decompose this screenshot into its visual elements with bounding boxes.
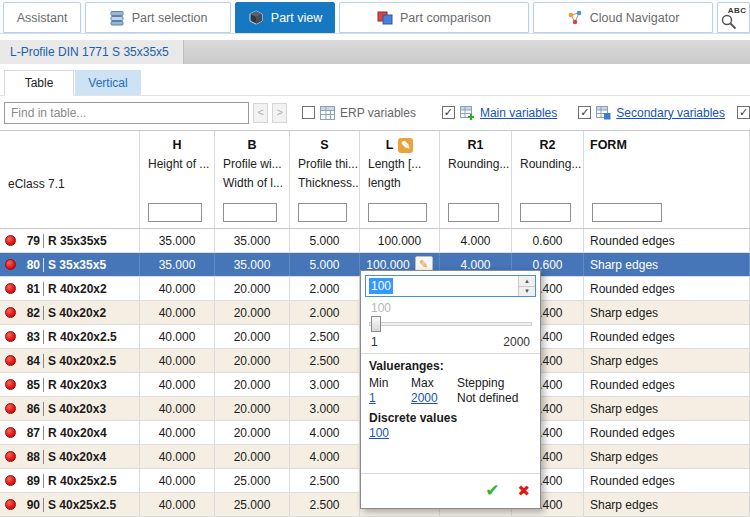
stepping-column-header: Stepping xyxy=(457,376,532,391)
slider-min-label: 1 xyxy=(371,335,378,349)
discrete-values-title: Discrete values xyxy=(369,411,532,425)
cell-b: 35.000 xyxy=(215,229,290,252)
label-divider xyxy=(43,426,44,440)
max-column-header: Max xyxy=(411,376,457,391)
slider-thumb[interactable] xyxy=(371,316,381,332)
row-name: S 40x25x2.5 xyxy=(48,498,116,512)
row-name: S 40x20x4 xyxy=(48,450,106,464)
tab-assistant[interactable]: Assistant xyxy=(3,2,81,33)
status-icon xyxy=(5,283,16,294)
valueranges-value-row: 1 2000 Not defined xyxy=(369,391,532,406)
part-tab[interactable]: L-Profile DIN 1771 S 35x35x5 xyxy=(0,40,184,64)
main-variables-label[interactable]: Main variables xyxy=(480,106,557,120)
cell-s: 2.500 xyxy=(290,349,360,372)
row-name: R 40x20x3 xyxy=(48,378,107,392)
valueranges-header-row: Min Max Stepping xyxy=(369,376,532,391)
popup-footer-divider xyxy=(361,473,540,474)
view-tab-bar: Table Vertical xyxy=(0,70,750,96)
find-next-button[interactable]: > xyxy=(272,103,287,123)
tab-text-search[interactable]: ABC xyxy=(717,2,750,33)
cell-form: Rounded edges xyxy=(584,469,750,492)
filter-input-h[interactable] xyxy=(148,203,202,222)
tab-part-selection-label: Part selection xyxy=(132,11,208,25)
tab-part-view[interactable]: Part view xyxy=(235,2,335,33)
min-value-link[interactable]: 1 xyxy=(369,391,376,405)
cancel-button[interactable]: ✖ xyxy=(517,482,530,500)
filter-input-form[interactable] xyxy=(592,203,662,222)
cell-form: Sharp edges xyxy=(584,493,750,516)
find-in-table-input[interactable] xyxy=(4,102,249,124)
filter-input-s[interactable] xyxy=(298,203,347,222)
cell-b: 20.000 xyxy=(215,445,290,468)
main-tab-bar: Assistant Part selection Part view Part … xyxy=(0,0,750,34)
slider-current-value: 100 xyxy=(371,301,540,315)
value-slider[interactable] xyxy=(369,315,532,333)
extra-variables-checkbox[interactable]: ✓ xyxy=(737,106,750,119)
row-number: 88 xyxy=(20,450,40,464)
tab-vertical-view[interactable]: Vertical xyxy=(75,70,141,95)
row-name: R 40x25x2.5 xyxy=(48,474,117,488)
cell-h: 40.000 xyxy=(140,493,215,516)
filter-row xyxy=(0,197,750,229)
discrete-value-link[interactable]: 100 xyxy=(369,426,389,440)
tab-part-comparison[interactable]: Part comparison xyxy=(339,2,529,33)
column-header-l[interactable]: L ✎ Length [... length xyxy=(360,131,440,197)
cell-h: 40.000 xyxy=(140,445,215,468)
row-number: 90 xyxy=(20,498,40,512)
row-label-cell: 80 S 35x35x5 xyxy=(0,253,140,276)
status-icon xyxy=(5,499,16,510)
row-label-cell: 79 R 35x35x5 xyxy=(0,229,140,252)
cell-h: 40.000 xyxy=(140,469,215,492)
edit-column-icon[interactable]: ✎ xyxy=(398,138,413,153)
max-value-link[interactable]: 2000 xyxy=(411,391,438,405)
cell-b: 20.000 xyxy=(215,373,290,396)
status-icon xyxy=(5,451,16,462)
column-header-s[interactable]: S Profile thi... Thickness... xyxy=(290,131,360,197)
cell-s: 4.000 xyxy=(290,421,360,444)
row-name: S 40x20x2 xyxy=(48,306,106,320)
column-header-r2[interactable]: R2 Rounding... xyxy=(512,131,584,197)
slider-max-label: 2000 xyxy=(503,335,530,349)
column-header-r1[interactable]: R1 Rounding... xyxy=(440,131,512,197)
value-spinbox[interactable]: 100 ▲ ▼ xyxy=(365,275,536,297)
spin-value[interactable]: 100 xyxy=(369,278,393,294)
main-variables-checkbox[interactable]: ✓ xyxy=(442,106,455,119)
filter-input-r2[interactable] xyxy=(520,203,571,222)
secondary-variables-checkbox[interactable]: ✓ xyxy=(578,106,591,119)
tab-table-view[interactable]: Table xyxy=(4,70,74,96)
status-icon xyxy=(5,307,16,318)
cell-form: Rounded edges xyxy=(584,229,750,252)
filter-input-l[interactable] xyxy=(368,203,427,222)
cell-s: 5.000 xyxy=(290,253,360,276)
column-header-form[interactable]: FORM xyxy=(584,131,750,197)
part-view-icon xyxy=(248,10,264,26)
value-editor-popup: 100 ▲ ▼ 100 1 2000 Valueranges: Min Max … xyxy=(360,270,541,509)
spin-down-button[interactable]: ▼ xyxy=(519,287,535,297)
cell-h: 40.000 xyxy=(140,325,215,348)
spin-up-button[interactable]: ▲ xyxy=(519,276,535,287)
label-divider xyxy=(43,450,44,464)
table-row[interactable]: 79 R 35x35x5 35.000 35.000 5.000 100.000… xyxy=(0,229,750,253)
row-name: S 40x20x3 xyxy=(48,402,106,416)
row-label-cell: 88 S 40x20x4 xyxy=(0,445,140,468)
status-icon xyxy=(5,331,16,342)
row-label-cell: 81 R 40x20x2 xyxy=(0,277,140,300)
tab-cloud-navigator[interactable]: Cloud Navigator xyxy=(533,2,713,33)
cell-form: Sharp edges xyxy=(584,253,750,276)
column-header-b[interactable]: B Profile wi... Width of l... xyxy=(215,131,290,197)
cell-form: Rounded edges xyxy=(584,277,750,300)
filter-input-b[interactable] xyxy=(223,203,277,222)
column-header-h[interactable]: H Height of ... xyxy=(140,131,215,197)
label-divider xyxy=(43,306,44,320)
row-number: 83 xyxy=(20,330,40,344)
erp-variables-checkbox[interactable] xyxy=(302,106,315,119)
secondary-variables-label[interactable]: Secondary variables xyxy=(616,106,725,120)
filter-input-r1[interactable] xyxy=(448,203,499,222)
cell-form: Rounded edges xyxy=(584,373,750,396)
tab-part-selection[interactable]: Part selection xyxy=(85,2,231,33)
cell-b: 35.000 xyxy=(215,253,290,276)
confirm-button[interactable]: ✔ xyxy=(485,480,499,501)
label-divider xyxy=(43,258,44,272)
find-previous-button[interactable]: < xyxy=(253,103,268,123)
status-icon xyxy=(5,427,16,438)
